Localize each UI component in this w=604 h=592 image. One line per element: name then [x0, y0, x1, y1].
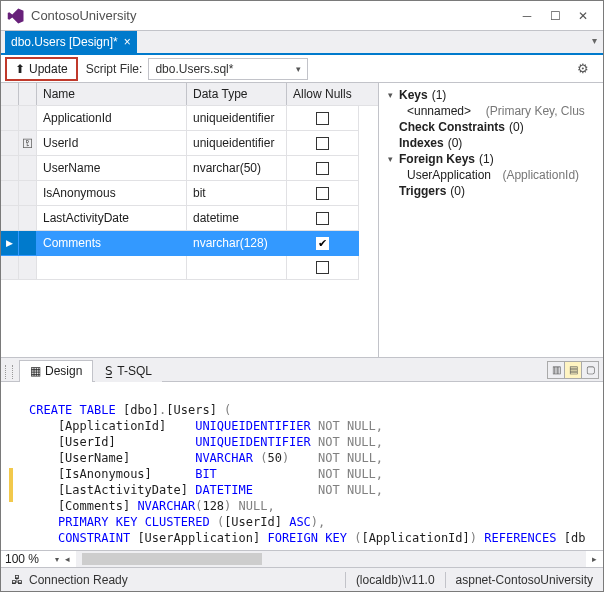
ctx-indexes[interactable]: Indexes (0)	[385, 135, 597, 151]
cell-datatype[interactable]: uniqueidentifier	[187, 106, 287, 131]
table-row[interactable]: ApplicationId uniqueidentifier	[1, 106, 378, 131]
pane-tabs: ▦ Design S̲ T-SQL ▥ ▤ ▢	[1, 358, 603, 382]
table-row[interactable]: ⚿ UserId uniqueidentifier	[1, 131, 378, 156]
ctx-triggers[interactable]: Triggers (0)	[385, 183, 597, 199]
designer-toolbar: ⬆ Update Script File: dbo.Users.sql* ▾ ⚙	[1, 55, 603, 83]
svg-marker-0	[8, 8, 24, 23]
col-header-name[interactable]: Name	[37, 83, 187, 105]
connection-icon: 🖧	[11, 573, 23, 587]
primary-key-icon: ⚿	[19, 131, 37, 156]
status-server: (localdb)\v11.0	[346, 573, 445, 587]
status-database: aspnet-ContosoUniversity	[446, 573, 603, 587]
cell-name[interactable]: ApplicationId	[37, 106, 187, 131]
collapse-icon[interactable]: ▾	[385, 90, 395, 100]
table-row[interactable]: IsAnonymous bit	[1, 181, 378, 206]
scriptfile-label: Script File:	[86, 62, 143, 76]
table-row[interactable]: Comments nvarchar(128) ✔	[1, 231, 378, 256]
tab-tsql[interactable]: S̲ T-SQL	[95, 360, 162, 382]
table-row-new[interactable]	[1, 256, 378, 280]
main-area: Name Data Type Allow Nulls ApplicationId…	[1, 83, 603, 567]
status-bar: 🖧 Connection Ready (localdb)\v11.0 aspne…	[1, 567, 603, 591]
col-header-allownulls[interactable]: Allow Nulls	[287, 83, 359, 105]
scroll-left-icon[interactable]: ◂	[59, 551, 76, 568]
document-tabs: dbo.Users [Design]* × ▾	[1, 31, 603, 55]
layout-horiz-icon[interactable]: ▥	[547, 361, 565, 379]
context-pane: ▾ Keys (1) <unnamed> (Primary Key, Clus …	[379, 83, 603, 357]
collapse-icon[interactable]: ▾	[385, 154, 395, 164]
update-button[interactable]: ⬆ Update	[5, 57, 78, 81]
cell-datatype[interactable]: bit	[187, 181, 287, 206]
table-row[interactable]: UserName nvarchar(50)	[1, 156, 378, 181]
update-button-label: Update	[29, 62, 68, 76]
cell-allownulls[interactable]	[287, 181, 359, 206]
document-tab-label: dbo.Users [Design]*	[11, 35, 118, 49]
cell-name[interactable]: UserId	[37, 131, 187, 156]
layout-single-icon[interactable]: ▢	[581, 361, 599, 379]
cell-allownulls[interactable]	[287, 206, 359, 231]
col-header-datatype[interactable]: Data Type	[187, 83, 287, 105]
cell-allownulls[interactable]	[287, 156, 359, 181]
layout-vert-icon[interactable]: ▤	[564, 361, 582, 379]
scriptfile-value: dbo.Users.sql*	[155, 62, 233, 76]
tab-dbo-users-design[interactable]: dbo.Users [Design]* ×	[5, 31, 137, 53]
tab-overflow-icon[interactable]: ▾	[592, 35, 597, 46]
cell-datatype[interactable]: nvarchar(128)	[187, 231, 287, 256]
sql-icon: S̲	[105, 364, 113, 378]
ctx-foreign-keys[interactable]: ▾ Foreign Keys (1)	[385, 151, 597, 167]
title-bar: ContosoUniversity ─ ☐ ✕	[1, 1, 603, 31]
status-connection: 🖧 Connection Ready	[1, 573, 138, 587]
splitter-grip-icon[interactable]	[5, 365, 13, 379]
cell-allownulls[interactable]	[287, 106, 359, 131]
chevron-down-icon: ▾	[296, 64, 301, 74]
cell-datatype[interactable]: nvarchar(50)	[187, 156, 287, 181]
zoom-level[interactable]: 100 %	[1, 552, 55, 566]
close-button[interactable]: ✕	[569, 6, 597, 26]
cell-name[interactable]: LastActivityDate	[37, 206, 187, 231]
cell-name[interactable]: UserName	[37, 156, 187, 181]
toolbar-settings-icon[interactable]: ⚙	[577, 61, 599, 76]
cell-name[interactable]: IsAnonymous	[37, 181, 187, 206]
cell-allownulls[interactable]: ✔	[287, 231, 359, 256]
table-designer: Name Data Type Allow Nulls ApplicationId…	[1, 83, 603, 358]
ctx-check-constraints[interactable]: Check Constraints (0)	[385, 119, 597, 135]
cell-datatype[interactable]: uniqueidentifier	[187, 131, 287, 156]
minimize-button[interactable]: ─	[513, 6, 541, 26]
scroll-thumb[interactable]	[82, 553, 262, 565]
tsql-pane: CREATE TABLE [dbo].[Users] ( [Applicatio…	[1, 382, 603, 567]
vs-logo-icon	[7, 7, 25, 25]
window: ContosoUniversity ─ ☐ ✕ dbo.Users [Desig…	[0, 0, 604, 592]
maximize-button[interactable]: ☐	[541, 6, 569, 26]
cell-datatype[interactable]: datetime	[187, 206, 287, 231]
cell-allownulls[interactable]	[287, 256, 359, 280]
columns-grid-header: Name Data Type Allow Nulls	[1, 83, 378, 106]
columns-grid: Name Data Type Allow Nulls ApplicationId…	[1, 83, 379, 357]
scriptfile-dropdown[interactable]: dbo.Users.sql* ▾	[148, 58, 308, 80]
close-tab-icon[interactable]: ×	[124, 35, 131, 49]
ctx-keys[interactable]: ▾ Keys (1)	[385, 87, 597, 103]
cell-name[interactable]: Comments	[37, 231, 187, 256]
sql-hscroll: 100 % ▾ ◂ ▸	[1, 550, 603, 567]
ctx-keys-item[interactable]: <unnamed> (Primary Key, Clus	[385, 103, 597, 119]
update-arrow-icon: ⬆	[15, 62, 25, 76]
table-icon: ▦	[30, 364, 41, 378]
ctx-fk-item[interactable]: UserApplication (ApplicationId)	[385, 167, 597, 183]
cell-allownulls[interactable]	[287, 131, 359, 156]
sql-editor[interactable]: CREATE TABLE [dbo].[Users] ( [Applicatio…	[1, 382, 603, 550]
scroll-right-icon[interactable]: ▸	[586, 551, 603, 568]
window-title: ContosoUniversity	[31, 8, 513, 23]
tab-design[interactable]: ▦ Design	[19, 360, 93, 382]
scroll-track[interactable]	[76, 551, 586, 568]
table-row[interactable]: LastActivityDate datetime	[1, 206, 378, 231]
